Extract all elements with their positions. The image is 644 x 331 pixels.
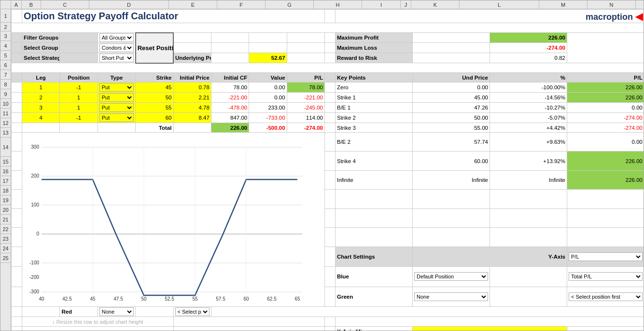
- filter-groups-select-cell[interactable]: All Groups: [98, 33, 135, 43]
- red-value-cell[interactable]: None: [98, 307, 135, 317]
- svg-text:0: 0: [36, 231, 39, 236]
- row-7: 7: [0, 70, 11, 80]
- row-22: 22: [0, 224, 11, 234]
- value-header: Value: [249, 73, 287, 83]
- leg3-position[interactable]: 1: [60, 103, 98, 113]
- leg2-initial-cf: -221.00: [211, 93, 249, 103]
- leg1-type-cell[interactable]: Put: [98, 83, 135, 93]
- strike-header: Strike: [136, 73, 173, 83]
- leg2-type-cell[interactable]: Put: [98, 93, 135, 103]
- leg2-strike[interactable]: 50: [136, 93, 173, 103]
- reward-risk-value: 0.82: [490, 53, 567, 63]
- cell-n18: [567, 228, 644, 247]
- leg-row-4: 4 -1 Put 60 8.47 847.00 -733.00 114.00 S…: [12, 113, 644, 123]
- select-group-select-cell[interactable]: Condors & Butterflies: [98, 43, 135, 53]
- col-n: N: [588, 0, 636, 9]
- cell-f12: [173, 123, 211, 133]
- cell-a5: [12, 53, 22, 63]
- kp-be1-pct: -10.27%: [490, 103, 567, 113]
- kp-strike4-label: Strike 4: [336, 152, 413, 170]
- blue-right-cell[interactable]: Total P/L: [567, 267, 644, 287]
- kp-zero-pl: 226.00: [567, 83, 644, 93]
- kp-be2-label: B/E 2: [336, 133, 413, 152]
- svg-text:-200: -200: [29, 275, 39, 280]
- svg-text:60: 60: [243, 296, 249, 302]
- leg4-initial-price[interactable]: 8.47: [173, 113, 211, 123]
- leg2-initial-price[interactable]: 2.21: [173, 93, 211, 103]
- leg3-strike[interactable]: 55: [136, 103, 173, 113]
- kp-zero-label: Zero: [336, 83, 413, 93]
- kp-strike2-und: 50.00: [413, 113, 490, 123]
- cell-j5: [325, 53, 336, 63]
- cell-d12: [98, 123, 135, 133]
- position-header: Position: [60, 73, 98, 83]
- cell-f4: [173, 43, 211, 53]
- leg-row-1: 1 -1 Put 45 0.78 78.00 0.00 78.00 Zero 0…: [12, 83, 644, 93]
- blue-value-cell[interactable]: Default Position: [413, 267, 490, 287]
- select-strategy-select-cell[interactable]: Short Put Condor: [98, 53, 135, 63]
- cell-j8: [325, 83, 336, 93]
- y-axis-select-cell[interactable]: P/L: [567, 247, 644, 266]
- green-right-select[interactable]: < Select position first: [569, 292, 643, 301]
- kp-be2-pct: +9.63%: [490, 133, 567, 152]
- cell-l16: [413, 190, 490, 208]
- row-20: 20: [0, 205, 11, 215]
- col-e: E: [169, 0, 217, 9]
- red-right-cell[interactable]: < Select position first: [173, 307, 211, 317]
- cell-remaining23: [173, 317, 325, 327]
- blue-select[interactable]: Default Position: [414, 272, 488, 281]
- filter-groups-select[interactable]: All Groups: [99, 33, 134, 42]
- leg4-type-select[interactable]: Put: [99, 113, 134, 122]
- svg-text:52.5: 52.5: [165, 296, 174, 302]
- green-select[interactable]: None: [414, 292, 488, 301]
- underlying-price-value[interactable]: 52.67: [249, 53, 287, 63]
- cell-j11: [325, 113, 336, 123]
- cell-h3: [249, 33, 287, 43]
- key-points-header: Key Points: [336, 73, 413, 83]
- cell-g4: [211, 43, 249, 53]
- cell-a16: [12, 190, 22, 208]
- cell-j3: [325, 33, 336, 43]
- leg1-initial-price[interactable]: 0.78: [173, 83, 211, 93]
- chart-settings-header: Chart Settings: [336, 247, 413, 266]
- kp-strike3-und: 55.00: [413, 123, 490, 133]
- y-axis-select[interactable]: P/L: [569, 252, 643, 261]
- green-right-cell[interactable]: < Select position first: [567, 287, 644, 306]
- cell-i5: [287, 53, 324, 63]
- leg3-type-cell[interactable]: Put: [98, 103, 135, 113]
- select-strategy-select[interactable]: Short Put Condor: [99, 54, 134, 62]
- row-11: 11: [0, 109, 11, 118]
- row22: Red None < Select position first: [12, 307, 644, 317]
- row-numbers: 1 2 3 4 5 6 7 8 9 10 11 12 13 14 15 16 1…: [0, 9, 11, 331]
- leg2-type-select[interactable]: Put: [99, 93, 134, 102]
- cell-m17: [490, 208, 567, 227]
- y-axis-label: Y-Axis: [413, 247, 567, 266]
- red-select[interactable]: None: [99, 307, 134, 316]
- cell-a17: [12, 208, 22, 227]
- col-f: F: [217, 0, 266, 9]
- x-axis-min-value[interactable]: [413, 327, 567, 331]
- cell-a22: [12, 307, 22, 317]
- leg4-strike[interactable]: 60: [136, 113, 173, 123]
- leg3-initial-price[interactable]: 4.78: [173, 103, 211, 113]
- red-right-select[interactable]: < Select position first: [175, 307, 210, 316]
- leg4-num: 4: [22, 113, 60, 123]
- leg4-position[interactable]: -1: [60, 113, 98, 123]
- cell-l17: [413, 208, 490, 227]
- leg4-type-cell[interactable]: Put: [98, 113, 135, 123]
- cell-j13: [325, 133, 336, 152]
- blue-right-select[interactable]: Total P/L: [569, 272, 643, 281]
- leg1-strike[interactable]: 45: [136, 83, 173, 93]
- leg2-position[interactable]: 1: [60, 93, 98, 103]
- green-value-cell[interactable]: None: [413, 287, 490, 306]
- leg1-type-select[interactable]: Put: [99, 83, 134, 92]
- reset-position-button[interactable]: Reset Position: [136, 33, 173, 63]
- leg1-position[interactable]: -1: [60, 83, 98, 93]
- cell-a20: [12, 267, 22, 287]
- leg3-type-select[interactable]: Put: [99, 103, 134, 112]
- kp-strike2-label: Strike 2: [336, 113, 413, 123]
- select-group-select[interactable]: Condors & Butterflies: [99, 43, 134, 52]
- col-j: J: [401, 0, 411, 9]
- svg-text:45: 45: [90, 296, 96, 302]
- svg-text:-100: -100: [29, 260, 39, 265]
